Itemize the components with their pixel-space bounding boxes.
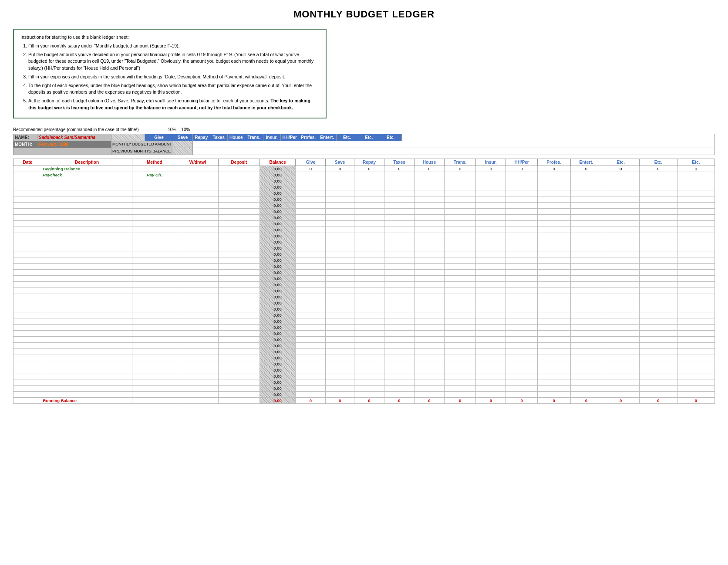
data-cell[interactable] (640, 312, 677, 318)
data-cell[interactable] (537, 361, 570, 367)
data-cell[interactable] (640, 208, 677, 214)
data-cell[interactable] (476, 202, 506, 208)
data-cell[interactable] (354, 239, 384, 245)
deposit-cell[interactable] (218, 275, 260, 281)
data-cell[interactable] (326, 300, 354, 306)
deposit-cell[interactable] (218, 166, 260, 172)
data-cell[interactable] (570, 300, 602, 306)
method-cell[interactable] (132, 312, 177, 318)
balance-cell[interactable]: 0.00 (260, 269, 296, 275)
method-cell[interactable] (132, 300, 177, 306)
data-cell[interactable] (384, 184, 414, 190)
data-cell[interactable] (602, 330, 640, 336)
data-cell[interactable] (602, 367, 640, 373)
data-cell[interactable]: 0 (640, 166, 677, 172)
date-cell[interactable] (13, 318, 42, 324)
desc-cell[interactable] (42, 178, 132, 184)
data-cell[interactable] (414, 233, 444, 239)
method-cell[interactable] (132, 367, 177, 373)
data-cell[interactable]: 0 (414, 166, 444, 172)
data-cell[interactable] (506, 257, 537, 263)
data-cell[interactable] (537, 269, 570, 275)
data-cell[interactable] (296, 190, 326, 196)
data-cell[interactable]: 0 (677, 166, 715, 172)
balance-cell[interactable]: 0.00 (260, 257, 296, 263)
data-cell[interactable] (326, 379, 354, 385)
date-cell[interactable] (13, 190, 42, 196)
data-cell[interactable] (570, 202, 602, 208)
wdrawl-cell[interactable] (177, 202, 218, 208)
data-cell[interactable] (537, 348, 570, 355)
data-cell[interactable] (640, 172, 677, 178)
data-cell[interactable] (476, 281, 506, 288)
data-cell[interactable] (506, 184, 537, 190)
date-cell[interactable] (13, 385, 42, 391)
data-cell[interactable] (506, 208, 537, 214)
balance-cell[interactable]: 0.00 (260, 166, 296, 172)
deposit-cell[interactable] (218, 306, 260, 312)
data-cell[interactable] (476, 391, 506, 397)
desc-cell[interactable] (42, 385, 132, 391)
data-cell[interactable] (640, 214, 677, 220)
data-cell[interactable] (414, 263, 444, 269)
method-cell[interactable] (132, 208, 177, 214)
date-cell[interactable] (13, 220, 42, 227)
data-cell[interactable] (444, 214, 475, 220)
wdrawl-cell[interactable] (177, 397, 218, 403)
data-cell[interactable] (677, 367, 715, 373)
data-cell[interactable] (570, 288, 602, 294)
balance-cell[interactable]: 0.00 (260, 184, 296, 190)
wdrawl-cell[interactable] (177, 336, 218, 342)
data-cell[interactable] (384, 367, 414, 373)
data-cell[interactable] (537, 355, 570, 361)
data-cell[interactable] (296, 330, 326, 336)
data-cell[interactable] (326, 251, 354, 257)
data-cell[interactable] (677, 300, 715, 306)
date-cell[interactable] (13, 196, 42, 202)
data-cell[interactable] (296, 367, 326, 373)
data-cell[interactable] (384, 330, 414, 336)
date-cell[interactable] (13, 166, 42, 172)
data-cell[interactable] (384, 379, 414, 385)
method-cell[interactable] (132, 202, 177, 208)
data-cell[interactable] (640, 318, 677, 324)
data-cell[interactable] (570, 312, 602, 318)
wdrawl-cell[interactable] (177, 196, 218, 202)
method-cell[interactable] (132, 196, 177, 202)
data-cell[interactable] (640, 342, 677, 348)
data-cell[interactable] (354, 391, 384, 397)
date-cell[interactable] (13, 275, 42, 281)
data-cell[interactable] (384, 263, 414, 269)
data-cell[interactable] (537, 172, 570, 178)
data-cell[interactable] (506, 172, 537, 178)
data-cell[interactable]: 0 (384, 166, 414, 172)
data-cell[interactable] (506, 202, 537, 208)
method-cell[interactable] (132, 269, 177, 275)
data-cell[interactable] (602, 324, 640, 330)
data-cell[interactable] (602, 263, 640, 269)
data-cell[interactable] (444, 172, 475, 178)
data-cell[interactable] (602, 373, 640, 379)
wdrawl-cell[interactable] (177, 300, 218, 306)
data-cell[interactable] (354, 275, 384, 281)
data-cell[interactable] (384, 391, 414, 397)
data-cell[interactable] (326, 214, 354, 220)
data-cell[interactable] (602, 202, 640, 208)
data-cell[interactable] (602, 190, 640, 196)
data-cell[interactable] (506, 330, 537, 336)
data-cell[interactable] (414, 251, 444, 257)
data-cell[interactable] (640, 245, 677, 251)
data-cell[interactable] (444, 263, 475, 269)
date-cell[interactable] (13, 330, 42, 336)
data-cell[interactable] (602, 269, 640, 275)
data-cell[interactable] (296, 342, 326, 348)
data-cell[interactable] (537, 342, 570, 348)
data-cell[interactable] (384, 385, 414, 391)
data-cell[interactable] (506, 214, 537, 220)
data-cell[interactable] (476, 312, 506, 318)
desc-cell[interactable] (42, 251, 132, 257)
data-cell[interactable] (384, 324, 414, 330)
data-cell[interactable] (414, 239, 444, 245)
data-cell[interactable] (326, 318, 354, 324)
data-cell[interactable] (326, 348, 354, 355)
